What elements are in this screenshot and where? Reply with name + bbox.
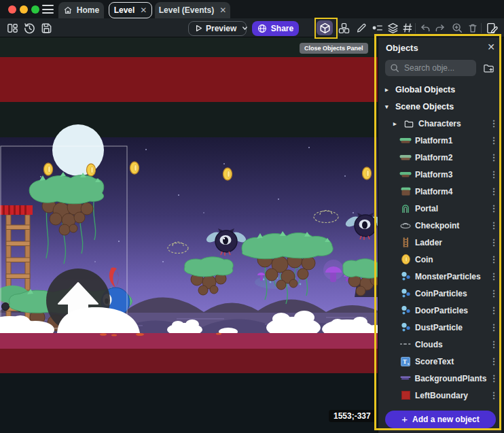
- section-global-objects[interactable]: ▸Global Objects: [378, 81, 501, 98]
- preview-button[interactable]: Preview: [188, 21, 247, 36]
- history-icon[interactable]: [21, 20, 37, 35]
- edit-pencil-icon[interactable]: [353, 20, 370, 35]
- row-menu-icon[interactable]: ⋮: [486, 186, 501, 196]
- tab-home[interactable]: Home: [58, 2, 104, 18]
- row-menu-icon[interactable]: ⋮: [486, 305, 501, 315]
- dashes-thumb: [399, 343, 412, 346]
- coin-thumb: [399, 254, 412, 264]
- toggle-panels-icon[interactable]: [4, 20, 20, 35]
- object-row-coinparticles[interactable]: CoinParticles⋮: [378, 285, 501, 302]
- object-row-platform4[interactable]: Platform4⋮: [378, 183, 501, 200]
- chevron-down-icon[interactable]: [241, 24, 249, 32]
- object-row-platform3[interactable]: Platform3⋮: [378, 166, 501, 183]
- window-close-button[interactable]: [8, 5, 16, 14]
- layers-icon[interactable]: [384, 20, 401, 35]
- row-menu-icon[interactable]: ⋮: [486, 356, 501, 366]
- disclosure-triangle-icon[interactable]: ▾: [385, 103, 391, 110]
- close-panel-icon[interactable]: ✕: [487, 41, 495, 52]
- grid-icon[interactable]: [399, 20, 416, 35]
- object-row-checkpoint[interactable]: Checkpoint⋮: [378, 217, 501, 234]
- tab-label: Level (Events): [159, 5, 214, 15]
- close-tab-icon[interactable]: ✕: [140, 5, 147, 15]
- object-row-portal[interactable]: Portal⋮: [378, 200, 501, 217]
- object-row-platform1[interactable]: Platform1⋮: [378, 132, 501, 149]
- row-menu-icon[interactable]: ⋮: [487, 373, 501, 383]
- undo-icon[interactable]: [417, 20, 433, 35]
- svg-text:x: x: [408, 361, 410, 365]
- platform1-thumb: [399, 137, 412, 144]
- object-row-dustparticle[interactable]: DustParticle⋮: [378, 319, 501, 336]
- row-menu-icon[interactable]: ⋮: [486, 322, 501, 332]
- bottom-crimson-band[interactable]: [0, 333, 378, 349]
- moon[interactable]: [52, 124, 104, 176]
- object-row-ladder[interactable]: Ladder⋮: [378, 234, 501, 251]
- gdevelop-editor-window: Home Level ✕ Level (Events) ✕ Preview: [0, 0, 504, 433]
- top-boundary-band[interactable]: [0, 57, 378, 102]
- tab-level-events[interactable]: Level (Events) ✕: [155, 2, 230, 18]
- tab-level[interactable]: Level ✕: [109, 2, 152, 18]
- row-menu-icon[interactable]: ⋮: [486, 271, 501, 281]
- particles-thumb: [399, 271, 412, 281]
- add-new-object-button[interactable]: + Add a new object: [385, 411, 496, 428]
- folder-icon: [402, 119, 416, 128]
- toolbar: Preview Share: [0, 18, 504, 37]
- title-bar: Home Level ✕ Level (Events) ✕: [0, 0, 504, 18]
- row-menu-icon[interactable]: ⋮: [486, 169, 501, 179]
- object-row-characters[interactable]: ▸Characters⋮: [378, 115, 501, 132]
- bottom-boundary-band[interactable]: [0, 349, 378, 373]
- red-square-thumb: [399, 391, 412, 400]
- objects-panel: Objects ✕ ▸Global Objects▾Scene Objects▸…: [378, 37, 501, 433]
- scene-properties-icon[interactable]: [484, 20, 500, 35]
- object-row-backgroundplants[interactable]: BackgroundPlants⋮: [378, 370, 501, 387]
- row-menu-icon[interactable]: ⋮: [486, 288, 501, 298]
- save-icon[interactable]: [38, 20, 54, 35]
- plus-icon: +: [401, 413, 408, 425]
- checkpoint-thumb: [399, 222, 412, 228]
- platform4-thumb: [399, 187, 412, 196]
- objects-panel-toggle-icon[interactable]: [317, 20, 333, 35]
- object-row-platform2[interactable]: Platform2⋮: [378, 149, 501, 166]
- section-scene-objects[interactable]: ▾Scene Objects: [378, 98, 501, 115]
- row-menu-icon[interactable]: ⋮: [486, 135, 501, 145]
- object-row-monsterparticles[interactable]: MonsterParticles⋮: [378, 268, 501, 285]
- disclosure-triangle-icon[interactable]: ▸: [393, 120, 399, 127]
- disclosure-triangle-icon[interactable]: ▸: [385, 86, 391, 93]
- svg-text:T: T: [403, 358, 407, 365]
- row-menu-icon[interactable]: ⋮: [486, 339, 501, 349]
- zoom-icon[interactable]: [449, 20, 465, 35]
- globe-icon: [257, 24, 267, 33]
- add-folder-icon[interactable]: [481, 60, 496, 75]
- platform3-thumb: [399, 171, 412, 178]
- row-menu-icon[interactable]: ⋮: [486, 237, 501, 247]
- row-menu-icon[interactable]: ⋮: [486, 390, 501, 400]
- redo-icon[interactable]: [432, 20, 448, 35]
- instances-list-icon[interactable]: [370, 20, 386, 35]
- tab-label: Level: [114, 5, 135, 15]
- objects-list: ▸Global Objects▾Scene Objects▸Characters…: [378, 81, 501, 404]
- object-row-clouds[interactable]: Clouds⋮: [378, 336, 501, 353]
- home-icon: [63, 5, 73, 15]
- close-tab-icon[interactable]: ✕: [219, 5, 226, 15]
- portal-thumb: [399, 203, 412, 213]
- object-row-scoretext[interactable]: TxScoreText⋮: [378, 353, 501, 370]
- row-menu-icon[interactable]: ⋮: [486, 118, 501, 128]
- text-thumb: Tx: [399, 357, 412, 366]
- tab-label: Home: [77, 5, 99, 15]
- row-menu-icon[interactable]: ⋮: [486, 220, 501, 230]
- object-row-coin[interactable]: Coin⋮: [378, 251, 501, 268]
- trash-icon[interactable]: [465, 20, 481, 35]
- row-menu-icon[interactable]: ⋮: [486, 203, 501, 213]
- object-row-doorparticles[interactable]: DoorParticles⋮: [378, 302, 501, 319]
- game-scene-canvas[interactable]: [0, 37, 378, 433]
- window-zoom-button[interactable]: [31, 5, 39, 14]
- cursor-coordinates-badge: 1553;-337: [329, 410, 376, 422]
- row-menu-icon[interactable]: ⋮: [486, 254, 501, 264]
- menu-icon[interactable]: [42, 5, 54, 14]
- plants-thumb: [399, 376, 412, 381]
- share-button[interactable]: Share: [252, 21, 299, 36]
- object-groups-icon[interactable]: [336, 20, 352, 35]
- window-minimize-button[interactable]: [20, 5, 28, 14]
- particles-thumb: [399, 322, 412, 332]
- object-row-leftboundary[interactable]: LeftBoundary⋮: [378, 387, 501, 404]
- row-menu-icon[interactable]: ⋮: [486, 152, 501, 162]
